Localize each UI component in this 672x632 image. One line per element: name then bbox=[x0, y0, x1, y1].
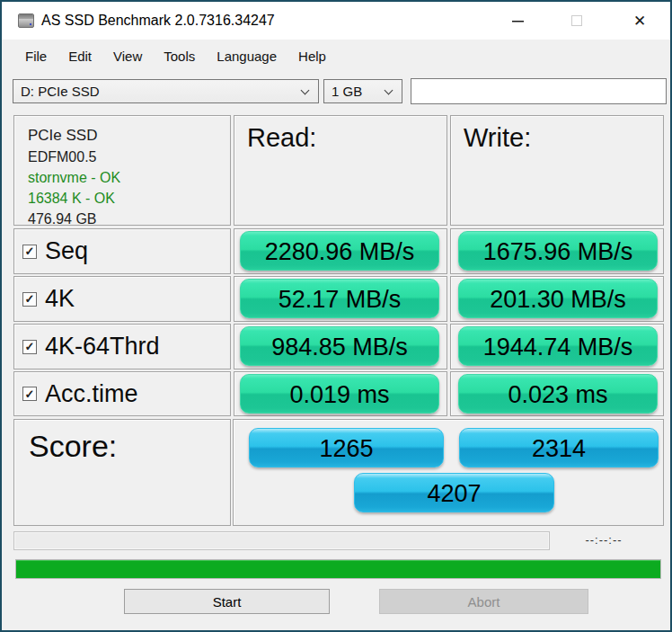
drive-alignment-status: 16384 K - OK bbox=[28, 188, 230, 209]
title-bar: AS SSD Benchmark 2.0.7316.34247 ✕ bbox=[2, 2, 670, 40]
drive-select[interactable]: D: PCIe SSD bbox=[13, 79, 319, 103]
score-read-value: 1265 bbox=[249, 428, 444, 467]
4k-read-value: 52.17 MB/s bbox=[240, 279, 439, 318]
row-4k-label: 4K bbox=[45, 285, 75, 313]
menu-language[interactable]: Language bbox=[206, 40, 287, 74]
check-icon: ✓ bbox=[25, 341, 35, 352]
row-seq-label: Seq bbox=[45, 237, 88, 265]
maximize-icon bbox=[571, 15, 582, 26]
row-acctime: ✓ Acc.time bbox=[13, 371, 231, 416]
start-button[interactable]: Start bbox=[124, 589, 330, 614]
read-header: Read: bbox=[234, 116, 447, 153]
menu-edit[interactable]: Edit bbox=[57, 40, 102, 74]
check-icon: ✓ bbox=[25, 245, 35, 257]
maximize-button[interactable] bbox=[555, 2, 598, 40]
drive-model: PCIe SSD bbox=[28, 124, 230, 147]
4k64thrd-read-value: 984.85 MB/s bbox=[240, 326, 439, 366]
acctime-checkbox[interactable]: ✓ bbox=[22, 387, 37, 401]
check-icon: ✓ bbox=[25, 388, 35, 400]
chevron-down-icon bbox=[385, 86, 393, 95]
chevron-down-icon bbox=[301, 86, 310, 95]
test-size-value: 1 GB bbox=[332, 84, 362, 99]
row-acctime-label: Acc.time bbox=[45, 380, 138, 408]
score-write-value: 2314 bbox=[459, 428, 659, 467]
current-test-progress-bar bbox=[13, 531, 550, 550]
row-4k64thrd: ✓ 4K-64Thrd bbox=[13, 324, 231, 369]
score-label-panel: Score: bbox=[13, 419, 231, 526]
close-icon: ✕ bbox=[633, 13, 646, 29]
minimize-icon bbox=[512, 21, 524, 22]
drive-driver-status: stornvme - OK bbox=[28, 167, 230, 188]
abort-button[interactable]: Abort bbox=[379, 589, 588, 614]
window-title: AS SSD Benchmark 2.0.7316.34247 bbox=[41, 2, 275, 40]
row-seq: ✓ Seq bbox=[13, 228, 231, 274]
seq-read-value: 2280.96 MB/s bbox=[240, 231, 439, 271]
test-size-select[interactable]: 1 GB bbox=[323, 79, 402, 103]
menu-help[interactable]: Help bbox=[287, 40, 337, 74]
start-button-label: Start bbox=[213, 594, 242, 610]
drive-select-value: D: PCIe SSD bbox=[21, 84, 100, 99]
menu-view[interactable]: View bbox=[102, 40, 153, 74]
write-header-panel: Write: bbox=[450, 115, 664, 226]
abort-button-label: Abort bbox=[468, 594, 500, 610]
close-button[interactable]: ✕ bbox=[618, 2, 661, 40]
time-remaining: --:--:-- bbox=[566, 533, 641, 547]
ssd-drive-icon bbox=[18, 13, 34, 28]
write-header: Write: bbox=[451, 116, 663, 153]
seq-write-value: 1675.96 MB/s bbox=[458, 231, 658, 271]
drive-firmware: EDFM00.5 bbox=[28, 147, 230, 167]
overall-progress-bar bbox=[15, 559, 661, 579]
drive-capacity: 476.94 GB bbox=[28, 209, 230, 229]
read-header-panel: Read: bbox=[234, 115, 447, 226]
menu-tools[interactable]: Tools bbox=[153, 40, 206, 74]
row-4k: ✓ 4K bbox=[13, 276, 231, 322]
acctime-write-value: 0.023 ms bbox=[458, 374, 658, 414]
score-total-value: 4207 bbox=[354, 473, 554, 512]
menu-bar: File Edit View Tools Language Help bbox=[14, 40, 337, 74]
app-window: AS SSD Benchmark 2.0.7316.34247 ✕ File E… bbox=[0, 0, 672, 632]
check-icon: ✓ bbox=[25, 293, 35, 305]
4k64thrd-write-value: 1944.74 MB/s bbox=[458, 326, 658, 366]
drive-info-panel: PCIe SSD EDFM00.5 stornvme - OK 16384 K … bbox=[13, 115, 231, 226]
4k-checkbox[interactable]: ✓ bbox=[22, 292, 37, 307]
acctime-read-value: 0.019 ms bbox=[240, 374, 439, 414]
seq-checkbox[interactable]: ✓ bbox=[22, 245, 37, 259]
minimize-button[interactable] bbox=[496, 2, 539, 40]
score-label: Score: bbox=[29, 429, 117, 463]
row-4k64thrd-label: 4K-64Thrd bbox=[45, 333, 160, 361]
4k64thrd-checkbox[interactable]: ✓ bbox=[22, 340, 37, 354]
4k-write-value: 201.30 MB/s bbox=[458, 279, 658, 318]
menu-file[interactable]: File bbox=[14, 40, 57, 74]
toolbar-text-input[interactable] bbox=[411, 78, 667, 104]
